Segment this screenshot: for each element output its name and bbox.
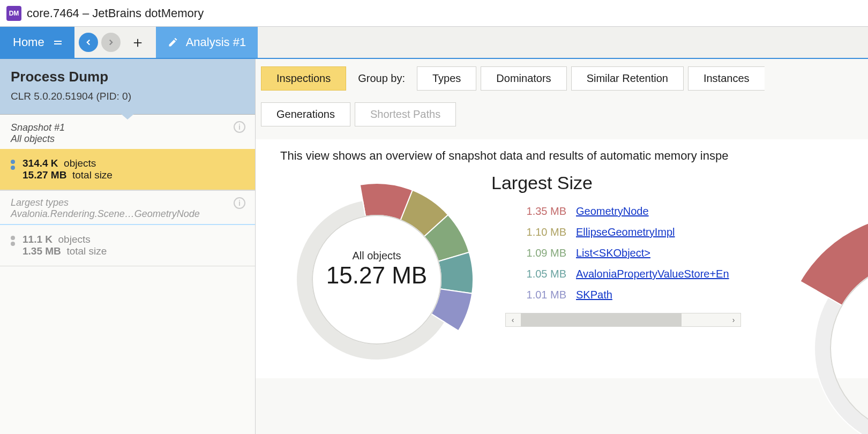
info-icon[interactable]: i xyxy=(234,121,245,133)
largest-types-subtitle: Avalonia.Rendering.Scene…GeometryNode xyxy=(11,208,244,220)
process-dump-header[interactable]: Process Dump CLR 5.0.20.51904 (PID: 0) xyxy=(0,59,255,115)
forward-button xyxy=(101,33,121,52)
arrow-right-icon xyxy=(106,38,116,47)
legend-link[interactable]: AvaloniaPropertyValueStore+En xyxy=(576,268,729,280)
tab-shortest-paths: Shortest Paths xyxy=(355,102,456,126)
scroll-right-icon[interactable]: › xyxy=(727,316,740,324)
home-label: Home xyxy=(13,35,44,49)
legend-link[interactable]: List<SKObject> xyxy=(576,247,650,259)
snapshot-card-all-objects[interactable]: 314.4 K objects 15.27 MB total size xyxy=(0,149,255,190)
process-dump-title: Process Dump xyxy=(11,69,244,85)
info-icon[interactable]: i xyxy=(234,197,245,209)
overview-panel: This view shows an overview of snapshot … xyxy=(256,139,868,378)
largest-objects-line: 11.1 K objects xyxy=(23,234,107,245)
legend-size: 1.05 MB xyxy=(513,268,566,280)
home-dropdown-icon[interactable] xyxy=(54,39,62,46)
tab-inspections[interactable]: Inspections xyxy=(261,66,346,91)
largest-types-header[interactable]: Largest types Avalonia.Rendering.Scene…G… xyxy=(0,190,255,224)
tab-similar-retention[interactable]: Similar Retention xyxy=(571,66,684,91)
scroll-thumb[interactable] xyxy=(521,313,682,326)
snapshot-name: Snapshot #1 xyxy=(11,122,244,133)
objects-icon xyxy=(11,234,15,246)
tab-generations[interactable]: Generations xyxy=(261,102,350,126)
nav-buttons: ＋ xyxy=(74,27,156,58)
process-dump-subtitle: CLR 5.0.20.51904 (PID: 0) xyxy=(11,91,244,102)
analysis-tab-label: Analysis #1 xyxy=(186,35,246,49)
group-by-label: Group by: xyxy=(350,67,413,90)
pencil-icon xyxy=(168,37,178,48)
back-button[interactable] xyxy=(79,33,98,52)
legend-link[interactable]: SKPath xyxy=(576,289,612,301)
largest-size-line: 1.35 MB total size xyxy=(23,245,107,257)
toolbar: Home ＋ Analysis #1 xyxy=(0,27,868,59)
donut-sub: All objects xyxy=(352,250,401,262)
sidebar: Process Dump CLR 5.0.20.51904 (PID: 0) S… xyxy=(0,59,256,434)
legend-link[interactable]: GeometryNode xyxy=(576,205,649,218)
donut-main: 15.27 MB xyxy=(326,262,427,289)
tab-instances[interactable]: Instances xyxy=(688,66,765,91)
overview-description: This view shows an overview of snapshot … xyxy=(280,149,868,163)
legend-size: 1.09 MB xyxy=(513,247,566,259)
tab-types[interactable]: Types xyxy=(417,66,476,91)
largest-size-title: Largest Size xyxy=(491,173,868,193)
add-button[interactable]: ＋ xyxy=(124,32,152,53)
window-title: core.7464 – JetBrains dotMemory xyxy=(27,6,204,20)
snapshot-card-largest-type[interactable]: 11.1 K objects 1.35 MB total size xyxy=(0,224,255,266)
legend-size: 1.01 MB xyxy=(513,289,566,301)
titlebar: DM core.7464 – JetBrains dotMemory xyxy=(0,0,868,27)
arrow-left-icon xyxy=(84,38,93,47)
largest-types-title: Largest types xyxy=(11,197,244,208)
donut-center: All objects 15.27 MB xyxy=(280,173,473,365)
legend-scrollbar[interactable]: ‹ › xyxy=(505,313,741,327)
snapshot-scope: All objects xyxy=(11,133,244,145)
snapshot-objects-line: 314.4 K objects xyxy=(23,158,113,169)
analysis-tab[interactable]: Analysis #1 xyxy=(156,27,258,58)
tab-dominators[interactable]: Dominators xyxy=(481,66,566,91)
main-panel: Inspections Group by: Types Dominators S… xyxy=(256,59,868,434)
home-button[interactable]: Home xyxy=(0,27,74,58)
app-icon: DM xyxy=(6,6,21,21)
legend-link[interactable]: EllipseGeometryImpl xyxy=(576,226,675,238)
snapshot-header[interactable]: Snapshot #1 All objects i xyxy=(0,115,255,149)
secondary-donut xyxy=(782,214,868,434)
legend-size: 1.35 MB xyxy=(513,205,566,218)
view-tabs: Inspections Group by: Types Dominators S… xyxy=(256,66,868,126)
scroll-left-icon[interactable]: ‹ xyxy=(506,316,520,324)
snapshot-size-line: 15.27 MB total size xyxy=(23,169,113,181)
legend-size: 1.10 MB xyxy=(513,226,566,238)
objects-icon xyxy=(11,158,15,170)
largest-size-donut[interactable]: All objects 15.27 MB xyxy=(280,173,473,365)
